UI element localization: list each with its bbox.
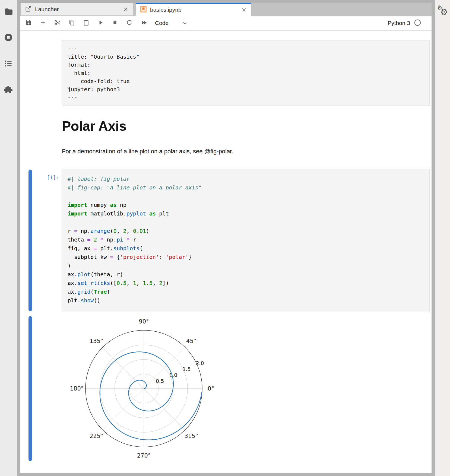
- copy-icon: [68, 19, 75, 27]
- theta-tick-label: 225°: [90, 433, 103, 439]
- fast-forward-icon: [140, 19, 147, 27]
- puzzle-icon: [4, 85, 13, 95]
- notebook-toolbar: Code Python 3: [20, 16, 432, 31]
- save-icon: [25, 19, 32, 27]
- polar-plot-svg: 0°45°90°135°180°225°270°315°0.51.01.52.0: [71, 315, 217, 462]
- r-tick-label: 1.5: [182, 366, 191, 372]
- r-tick-label: 1.0: [169, 372, 177, 378]
- property-inspector-button[interactable]: ⚙ ⚙: [437, 5, 448, 17]
- theta-tick-label: 135°: [90, 338, 103, 344]
- theta-tick-label: 90°: [139, 318, 149, 325]
- code-line: import matplotlib.pyplot as plt: [68, 209, 424, 218]
- spiral-line: [100, 352, 202, 440]
- raw-line: ---: [68, 45, 424, 53]
- code-line: subplot_kw = {'projection': 'polar'}: [68, 253, 424, 261]
- right-sidebar: ⚙ ⚙: [435, 0, 450, 476]
- copy-cells-button[interactable]: [67, 18, 76, 28]
- code-line: r = np.arange(0, 2, 0.01): [68, 227, 424, 235]
- main-dock-panel: Launcher basics.ipynb: [17, 0, 435, 476]
- stop-icon: [112, 19, 118, 27]
- input-collapser[interactable]: [28, 170, 32, 311]
- tab-bar: Launcher basics.ipynb: [20, 3, 432, 16]
- theta-tick-label: 315°: [184, 433, 198, 439]
- r-tick-label: 0.5: [156, 378, 164, 384]
- raw-line: jupyter: python3: [68, 85, 424, 93]
- notebook-icon: [140, 6, 147, 14]
- cell-output: 0°45°90°135°180°225°270°315°0.51.01.52.0: [20, 315, 432, 462]
- execution-count: [1]:: [32, 174, 59, 180]
- code-line: ): [68, 261, 424, 270]
- tab-launcher[interactable]: Launcher: [20, 3, 133, 16]
- notebook-panel: ---title: "Quarto Basics"format: html: c…: [20, 31, 432, 473]
- stop-circle-icon: [4, 33, 13, 43]
- theta-gridline: [103, 347, 144, 389]
- plus-icon: [40, 19, 46, 27]
- launcher-icon: [25, 5, 32, 13]
- output-collapser[interactable]: [28, 316, 32, 461]
- theta-tick-label: 270°: [137, 452, 151, 459]
- left-activity-bar: [0, 0, 17, 476]
- gear-icon: ⚙: [441, 7, 448, 17]
- code-line: #| fig-cap: "A line plot on a polar axis…: [68, 183, 424, 192]
- sidebar-item-extensions[interactable]: [2, 84, 14, 96]
- kernel-name: Python 3: [388, 20, 410, 26]
- code-line: ax.plot(theta, r): [68, 270, 424, 279]
- run-button[interactable]: [96, 18, 105, 28]
- code-cell: [1]: #| label: fig-polar#| fig-cap: "A l…: [20, 169, 432, 312]
- chevron-down-icon: [182, 20, 188, 26]
- theta-tick-label: 180°: [71, 385, 84, 392]
- tab-label: basics.ipynb: [150, 7, 240, 13]
- theta-tick-label: 0°: [208, 385, 214, 392]
- code-line: [68, 218, 424, 227]
- tab-label: Launcher: [35, 6, 122, 12]
- restart-run-all-button[interactable]: [139, 18, 148, 28]
- sidebar-item-files[interactable]: [2, 6, 14, 18]
- folder-icon: [4, 7, 13, 17]
- paste-icon-button[interactable]: [81, 18, 91, 28]
- code-line: ax.grid(True): [68, 287, 424, 296]
- kernel-status-icon[interactable]: [414, 19, 421, 27]
- cell-type-value: Code: [155, 20, 169, 26]
- refresh-icon: [126, 19, 133, 27]
- save-button[interactable]: [24, 18, 33, 28]
- clipboard-icon: [83, 19, 90, 27]
- raw-line: html:: [68, 69, 424, 77]
- tab-close-icon[interactable]: [122, 5, 129, 13]
- kernel-indicator: Python 3: [388, 19, 421, 27]
- markdown-paragraph: For a demonstration of a line plot on a …: [62, 148, 432, 155]
- restart-kernel-button[interactable]: [125, 18, 134, 28]
- cell-type-dropdown[interactable]: Code: [155, 20, 188, 26]
- raw-line: title: "Quarto Basics": [68, 53, 424, 61]
- code-editor[interactable]: #| label: fig-polar#| fig-cap: "A line p…: [62, 169, 430, 312]
- scissors-icon: [54, 19, 61, 27]
- list-icon: [4, 59, 13, 69]
- sidebar-item-toc[interactable]: [2, 58, 14, 70]
- raw-line: code-fold: true: [68, 77, 424, 85]
- theta-gridline: [103, 389, 144, 430]
- code-line: fig, ax = plt.subplots(: [68, 244, 424, 253]
- tab-close-icon[interactable]: [240, 6, 248, 14]
- theta-gridline: [144, 389, 185, 430]
- raw-line: format:: [68, 61, 424, 69]
- insert-cell-button[interactable]: [38, 18, 47, 28]
- sidebar-item-running[interactable]: [2, 32, 14, 44]
- code-line: theta = 2 * np.pi * r: [68, 235, 424, 244]
- code-line: import numpy as np: [68, 201, 424, 209]
- code-line: plt.show(): [68, 296, 424, 305]
- play-icon: [97, 19, 104, 27]
- theta-tick-label: 45°: [186, 338, 196, 344]
- markdown-cell[interactable]: Polar Axis For a demonstration of a line…: [20, 119, 432, 155]
- r-tick-label: 2.0: [196, 360, 204, 366]
- tab-basics-ipynb[interactable]: basics.ipynb: [136, 3, 251, 16]
- raw-cell-editor[interactable]: ---title: "Quarto Basics"format: html: c…: [62, 40, 430, 106]
- code-line: [68, 192, 424, 201]
- interrupt-kernel-button[interactable]: [110, 18, 119, 28]
- markdown-heading: Polar Axis: [62, 119, 432, 134]
- cut-cells-button[interactable]: [53, 18, 62, 28]
- code-line: ax.set_rticks([0.5, 1, 1.5, 2]): [68, 279, 424, 287]
- raw-line: ---: [68, 93, 424, 101]
- code-line: #| label: fig-polar: [68, 174, 424, 183]
